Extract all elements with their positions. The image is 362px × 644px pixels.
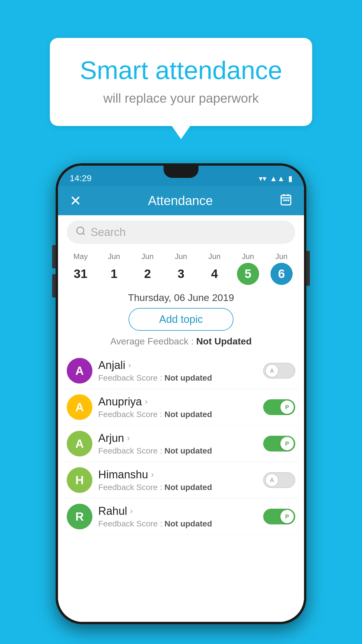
status-icons: ▾▾ ▲▲ ▮ xyxy=(259,174,292,183)
cal-date-number[interactable]: 3 xyxy=(170,263,192,285)
attendance-toggle[interactable]: P xyxy=(263,509,295,524)
svg-rect-4 xyxy=(283,200,285,201)
cal-month-label: Jun xyxy=(97,252,131,261)
phone-notch xyxy=(164,166,198,178)
toggle-knob: A xyxy=(265,364,279,377)
cal-date-number[interactable]: 6 xyxy=(270,263,293,285)
student-name: Arjun › xyxy=(98,432,257,444)
cal-date-number[interactable]: 31 xyxy=(69,263,92,285)
student-name: Himanshu › xyxy=(98,468,257,481)
calendar-day[interactable]: Jun3 xyxy=(164,252,198,285)
svg-rect-5 xyxy=(285,200,287,201)
student-list: AAnjali ›Feedback Score : Not updatedAAA… xyxy=(58,353,304,535)
toggle-knob: P xyxy=(280,400,294,414)
hero-title: Smart attendance xyxy=(73,55,289,85)
power-button[interactable] xyxy=(306,251,310,286)
calendar-day[interactable]: Jun1 xyxy=(97,252,131,285)
calendar-day[interactable]: Jun6 xyxy=(265,252,298,285)
student-row[interactable]: RRahul ›Feedback Score : Not updatedP xyxy=(64,498,298,535)
student-feedback: Feedback Score : Not updated xyxy=(98,519,257,528)
cal-date-number[interactable]: 2 xyxy=(136,263,159,285)
student-info: Anjali ›Feedback Score : Not updated xyxy=(98,359,257,383)
screen-content: Search May31Jun1Jun2Jun3Jun4Jun5Jun6 Thu… xyxy=(58,215,304,622)
hero-subtitle: will replace your paperwork xyxy=(73,91,289,106)
calendar-day[interactable]: Jun5 xyxy=(231,252,265,285)
chevron-icon: › xyxy=(130,506,133,516)
student-name: Anjali › xyxy=(98,359,257,372)
calendar-day[interactable]: Jun2 xyxy=(131,252,164,285)
calendar-day[interactable]: Jun4 xyxy=(198,252,231,285)
attendance-toggle[interactable]: A xyxy=(263,363,295,379)
student-info: Arjun ›Feedback Score : Not updated xyxy=(98,432,257,456)
toggle-knob: A xyxy=(265,473,279,487)
toggle-knob: P xyxy=(280,510,294,523)
student-avatar: H xyxy=(67,467,92,493)
battery-icon: ▮ xyxy=(288,174,292,183)
chevron-icon: › xyxy=(127,433,130,443)
cal-month-label: Jun xyxy=(131,252,164,261)
student-avatar: A xyxy=(67,431,92,456)
search-bar[interactable]: Search xyxy=(67,220,295,244)
chevron-icon: › xyxy=(128,360,131,370)
attendance-toggle[interactable]: P xyxy=(263,399,295,415)
cal-month-label: May xyxy=(64,252,97,261)
cal-date-number[interactable]: 5 xyxy=(237,263,259,285)
average-feedback: Average Feedback : Not Updated xyxy=(58,336,304,347)
search-icon xyxy=(75,226,86,239)
student-info: Anupriya ›Feedback Score : Not updated xyxy=(98,396,257,419)
svg-point-7 xyxy=(77,227,84,234)
cal-month-label: Jun xyxy=(231,252,265,261)
student-info: Rahul ›Feedback Score : Not updated xyxy=(98,505,257,528)
cal-month-label: Jun xyxy=(198,252,231,261)
attendance-toggle[interactable]: P xyxy=(263,436,295,452)
speech-bubble: Smart attendance will replace your paper… xyxy=(50,38,312,126)
chevron-icon: › xyxy=(145,397,147,406)
app-toolbar: ✕ Attendance xyxy=(58,186,304,215)
selected-date-heading: Thursday, 06 June 2019 xyxy=(58,292,304,303)
cal-month-label: Jun xyxy=(265,252,298,261)
student-avatar: A xyxy=(67,358,92,384)
svg-line-8 xyxy=(83,233,85,235)
chevron-icon: › xyxy=(151,470,154,479)
wifi-icon: ▾▾ xyxy=(259,174,266,183)
student-avatar: A xyxy=(67,394,92,420)
student-row[interactable]: AAnupriya ›Feedback Score : Not updatedP xyxy=(64,389,298,426)
student-name: Anupriya › xyxy=(98,396,257,408)
avg-feedback-label: Average Feedback : xyxy=(110,336,194,346)
student-name: Rahul › xyxy=(98,505,257,517)
calendar-day[interactable]: May31 xyxy=(64,252,97,285)
search-input[interactable]: Search xyxy=(91,226,126,239)
close-button[interactable]: ✕ xyxy=(70,192,81,209)
volume-up-button[interactable] xyxy=(52,245,56,268)
phone-screen: 14:29 ▾▾ ▲▲ ▮ ✕ Attendance xyxy=(58,166,304,622)
phone-outer: 14:29 ▾▾ ▲▲ ▮ ✕ Attendance xyxy=(56,163,306,624)
add-topic-button[interactable]: Add topic xyxy=(129,308,233,331)
calendar-icon[interactable] xyxy=(280,193,292,209)
cal-date-number[interactable]: 1 xyxy=(103,263,125,285)
toggle-knob: P xyxy=(280,437,294,450)
cal-month-label: Jun xyxy=(164,252,198,261)
student-feedback: Feedback Score : Not updated xyxy=(98,373,257,383)
status-time: 14:29 xyxy=(70,173,92,183)
cal-date-number[interactable]: 4 xyxy=(203,263,226,285)
avg-feedback-value: Not Updated xyxy=(196,336,252,346)
signal-icon: ▲▲ xyxy=(270,174,285,183)
student-row[interactable]: HHimanshu ›Feedback Score : Not updatedA xyxy=(64,462,298,498)
toolbar-title: Attendance xyxy=(148,193,213,208)
student-row[interactable]: AArjun ›Feedback Score : Not updatedP xyxy=(64,426,298,462)
student-avatar: R xyxy=(67,504,92,529)
svg-rect-6 xyxy=(288,200,289,201)
phone-wrapper: 14:29 ▾▾ ▲▲ ▮ ✕ Attendance xyxy=(56,163,306,624)
student-info: Himanshu ›Feedback Score : Not updated xyxy=(98,468,257,492)
student-feedback: Feedback Score : Not updated xyxy=(98,410,257,419)
hero-section: Smart attendance will replace your paper… xyxy=(50,38,312,126)
volume-down-button[interactable] xyxy=(52,274,56,298)
attendance-toggle[interactable]: A xyxy=(263,472,295,488)
calendar-strip: May31Jun1Jun2Jun3Jun4Jun5Jun6 xyxy=(58,249,304,285)
student-feedback: Feedback Score : Not updated xyxy=(98,446,257,456)
student-feedback: Feedback Score : Not updated xyxy=(98,483,257,492)
student-row[interactable]: AAnjali ›Feedback Score : Not updatedA xyxy=(64,353,298,389)
